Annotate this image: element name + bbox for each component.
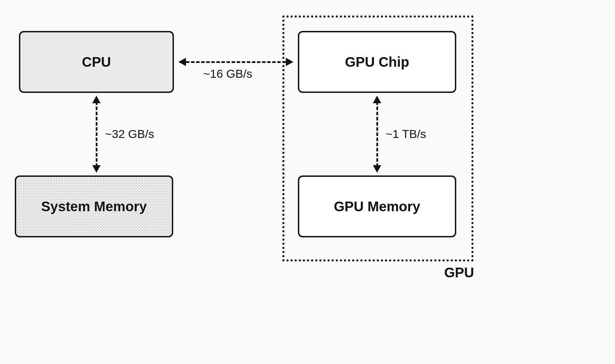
arrow-gpuchip-gpumem <box>376 101 378 167</box>
arrowhead-up-icon <box>92 96 101 103</box>
arrowhead-right-icon <box>286 58 293 66</box>
arrow-cpu-sysmem <box>96 101 97 167</box>
arrowhead-down-icon <box>92 165 101 173</box>
gpu-memory-label: GPU Memory <box>334 199 420 214</box>
system-memory-label: System Memory <box>41 199 147 214</box>
arrow-cpu-gpuchip <box>186 61 286 63</box>
bandwidth-cpu-gpuchip: ~16 GB/s <box>203 67 252 81</box>
arrowhead-left-icon <box>178 58 186 66</box>
gpu-memory-box: GPU Memory <box>298 175 456 237</box>
cpu-label: CPU <box>82 54 111 70</box>
gpu-chip-label: GPU Chip <box>345 54 409 70</box>
bandwidth-gpuchip-gpumem: ~1 TB/s <box>386 127 426 141</box>
system-memory-box: System Memory <box>15 175 173 237</box>
diagram-canvas: CPU System Memory GPU GPU Chip GPU Memor… <box>0 0 615 364</box>
arrowhead-down-icon <box>373 165 381 173</box>
arrowhead-up-icon <box>373 96 381 103</box>
gpu-chip-box: GPU Chip <box>298 31 456 93</box>
gpu-container-label: GPU <box>444 265 474 280</box>
bandwidth-cpu-sysmem: ~32 GB/s <box>105 127 154 141</box>
cpu-box: CPU <box>19 31 174 93</box>
